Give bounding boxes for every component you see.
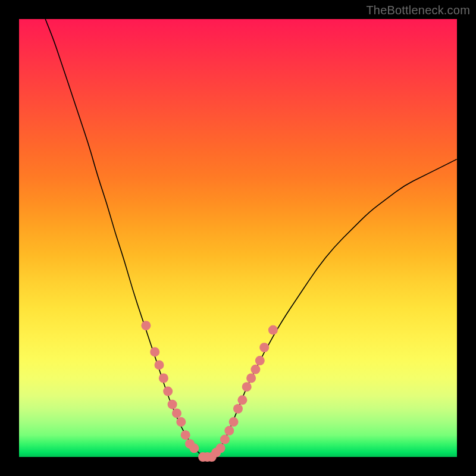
data-point [242, 382, 252, 392]
data-point [150, 347, 159, 356]
chart-frame: TheBottleneck.com [0, 0, 476, 476]
watermark-text: TheBottleneck.com [366, 4, 470, 17]
data-point [259, 343, 269, 352]
data-point [172, 408, 181, 418]
plot-area [19, 19, 457, 457]
data-point [237, 395, 247, 405]
data-point [155, 360, 164, 369]
data-point [168, 400, 177, 409]
data-point [224, 426, 234, 436]
data-point [159, 374, 168, 383]
data-point [189, 443, 199, 453]
data-point [229, 417, 239, 427]
bottleneck-curve [45, 19, 457, 457]
data-point [233, 404, 243, 414]
data-point [176, 417, 186, 427]
data-point [181, 430, 190, 440]
data-point [250, 365, 260, 374]
data-point [216, 443, 226, 453]
data-point [220, 435, 230, 444]
data-point [246, 374, 256, 383]
data-point [268, 325, 278, 335]
data-point [163, 387, 173, 396]
data-point [141, 321, 151, 330]
data-points-group [141, 321, 278, 462]
curve-svg [19, 19, 457, 457]
data-point [255, 356, 265, 365]
